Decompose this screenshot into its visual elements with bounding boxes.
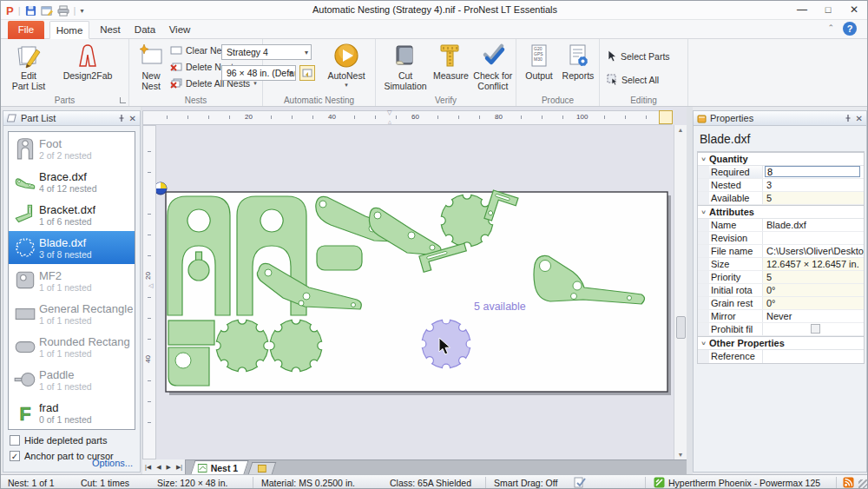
- minimize-button[interactable]: —: [789, 1, 815, 19]
- close-panel-icon[interactable]: ✕: [856, 114, 863, 123]
- options-link[interactable]: Options...: [92, 458, 133, 468]
- delete-all-nests-icon: [170, 78, 182, 89]
- revision-value[interactable]: [763, 232, 864, 244]
- new-nest-tab-icon: [258, 465, 266, 472]
- property-row-mirror: Mirror Never: [698, 310, 864, 323]
- new-nest-button[interactable]: New Nest: [132, 41, 170, 91]
- part-list-header: Part List ✕: [3, 111, 140, 126]
- hide-depleted-parts-row: Hide depleted parts: [10, 435, 107, 446]
- reports-button[interactable]: Reports: [558, 41, 598, 81]
- ruler-corner-button[interactable]: [659, 110, 673, 124]
- close-panel-icon[interactable]: ✕: [129, 114, 136, 123]
- scroll-up-icon[interactable]: ▲: [678, 127, 684, 133]
- collapse-ribbon-icon[interactable]: ⌃: [827, 23, 834, 32]
- nest-sheet-icon: [198, 464, 207, 472]
- vertical-scrollbar[interactable]: ▲ ▼: [674, 125, 687, 459]
- resize-grip[interactable]: [858, 479, 867, 488]
- grain-restraint-value[interactable]: 0°: [763, 297, 864, 309]
- select-parts-icon: [607, 50, 617, 62]
- select-parts-button[interactable]: Select Parts: [607, 48, 670, 64]
- nest-drawing[interactable]: 5 available: [142, 107, 687, 474]
- measure-button[interactable]: Measure: [431, 41, 470, 81]
- chevron-down-icon: ▾: [305, 49, 308, 56]
- section-other-properties[interactable]: ˅ Other Properties: [698, 336, 864, 350]
- maximize-button[interactable]: □: [815, 1, 841, 19]
- pin-icon[interactable]: [117, 114, 126, 122]
- mirror-value[interactable]: Never: [763, 310, 864, 322]
- prohibit-fill-checkbox[interactable]: [811, 324, 820, 334]
- part-list-item-blade[interactable]: Blade.dxf3 of 8 nested: [9, 231, 135, 264]
- tab-view[interactable]: View: [164, 21, 195, 39]
- status-smart-drag[interactable]: Smart Drag: Off: [494, 478, 557, 488]
- part-list-panel-icon: [7, 114, 17, 122]
- property-row-required: Required: [698, 166, 864, 179]
- select-all-button[interactable]: Select All: [607, 71, 670, 88]
- window-title: Automatic Nesting (Strategy 4).nif - Pro…: [1, 4, 868, 15]
- scrollbar-thumb[interactable]: [676, 316, 686, 339]
- name-value[interactable]: Blade.dxf: [763, 219, 864, 231]
- close-button[interactable]: ✕: [841, 1, 867, 19]
- available-count-label: 5 available: [474, 301, 526, 313]
- part-list-item-general-rectangle[interactable]: General Rectangle1 of 1 nested: [9, 297, 135, 330]
- part-list-item-mf2[interactable]: MF21 of 1 nested: [9, 264, 135, 297]
- nested-part-rounded-rectangle[interactable]: [317, 246, 362, 270]
- properties-title: Properties: [710, 113, 840, 123]
- check-for-conflict-button[interactable]: Check for Conflict: [470, 41, 516, 91]
- nest-tab-navigation: |◀ ◀ ▶ ▶|: [142, 459, 186, 474]
- part-list-item-frad[interactable]: F frad0 of 1 nested: [9, 396, 135, 429]
- initial-rotation-value[interactable]: 0°: [763, 284, 864, 296]
- part-list-item-bracket[interactable]: Bracket.dxf1 of 6 nested: [9, 198, 135, 231]
- autonest-dropdown-icon[interactable]: ▾: [345, 82, 348, 89]
- cut-simulation-button[interactable]: Cut Simulation: [379, 41, 431, 91]
- section-attributes[interactable]: ˅ Attributes: [698, 205, 864, 219]
- tab-nest[interactable]: Nest: [95, 21, 126, 39]
- last-nest-icon[interactable]: ▶|: [176, 464, 182, 471]
- design2fab-button[interactable]: Design2Fab: [53, 41, 122, 81]
- scroll-down-icon[interactable]: ▼: [678, 452, 684, 458]
- ribbon-group-parts: Edit Part List Design2Fab Parts: [1, 39, 129, 106]
- autonest-button[interactable]: AutoNest ▾: [322, 41, 371, 89]
- nested-part-mf2[interactable]: [168, 347, 209, 386]
- rss-icon[interactable]: [843, 477, 854, 488]
- right-splitter[interactable]: [687, 107, 693, 474]
- part-list-item-paddle[interactable]: Paddle1 of 1 nested: [9, 363, 135, 396]
- help-button[interactable]: ?: [843, 22, 857, 36]
- property-row-initial-rotation: Initial rota 0°: [698, 284, 864, 297]
- nest-tab-active[interactable]: Nest 1: [191, 460, 249, 474]
- first-nest-icon[interactable]: |◀: [145, 464, 151, 471]
- next-nest-icon[interactable]: ▶: [167, 464, 171, 471]
- part-list-item-foot[interactable]: Foot2 of 2 nested: [9, 132, 135, 165]
- anchor-part-to-cursor-checkbox[interactable]: ✓: [10, 451, 20, 461]
- previous-nest-icon[interactable]: ◀: [156, 464, 161, 471]
- tab-data[interactable]: Data: [129, 21, 161, 39]
- mf2-part-icon: [11, 268, 39, 293]
- ribbon-group-verify: Cut Simulation Measure Check for Co: [376, 39, 516, 106]
- reference-value[interactable]: [763, 350, 864, 363]
- nest-tab-bar: |◀ ◀ ▶ ▶| Nest 1: [142, 459, 687, 474]
- verify-group-label: Verify: [435, 96, 457, 105]
- sheet-list-button[interactable]: [299, 65, 315, 81]
- tab-home[interactable]: Home: [49, 21, 89, 39]
- hide-depleted-parts-checkbox[interactable]: [10, 435, 20, 446]
- part-list-title: Part List: [21, 113, 114, 123]
- pin-icon[interactable]: [844, 114, 852, 122]
- edit-part-list-button[interactable]: Edit Part List: [4, 41, 53, 91]
- strategy-select[interactable]: Strategy 4▾: [221, 44, 312, 60]
- new-nest-tab-button[interactable]: [247, 462, 276, 474]
- part-list-item-brace[interactable]: Brace.dxf4 of 12 nested: [9, 165, 135, 198]
- svg-text:F: F: [20, 404, 31, 425]
- parts-dialog-launcher-icon[interactable]: [120, 97, 126, 103]
- part-list-item-rounded-rectangle[interactable]: Rounded Rectang1 of 1 nested: [9, 330, 135, 363]
- machine-name[interactable]: Hypertherm Phoenix - Powermax 125: [668, 478, 820, 488]
- part-list: Foot2 of 2 nested Brace.dxf4 of 12 neste…: [8, 131, 135, 430]
- file-name-value[interactable]: C:\Users\Oliver\Desktop\Exar: [763, 245, 864, 257]
- tab-file[interactable]: File: [8, 21, 44, 39]
- output-button[interactable]: G20 GPS M30 Output: [520, 41, 558, 81]
- nest-canvas[interactable]: 5 available 20 40 60 80 100 ▽ △: [142, 107, 687, 474]
- nested-part-general-rectangle[interactable]: [168, 320, 214, 345]
- section-quantity[interactable]: ˅ Quantity: [698, 152, 864, 166]
- status-cut: Cut: 1 times: [81, 478, 129, 488]
- sheet-size-select[interactable]: 96 × 48 in. (Defaul▾: [221, 65, 296, 81]
- required-quantity-input[interactable]: [765, 166, 860, 177]
- priority-value[interactable]: 5: [763, 271, 864, 283]
